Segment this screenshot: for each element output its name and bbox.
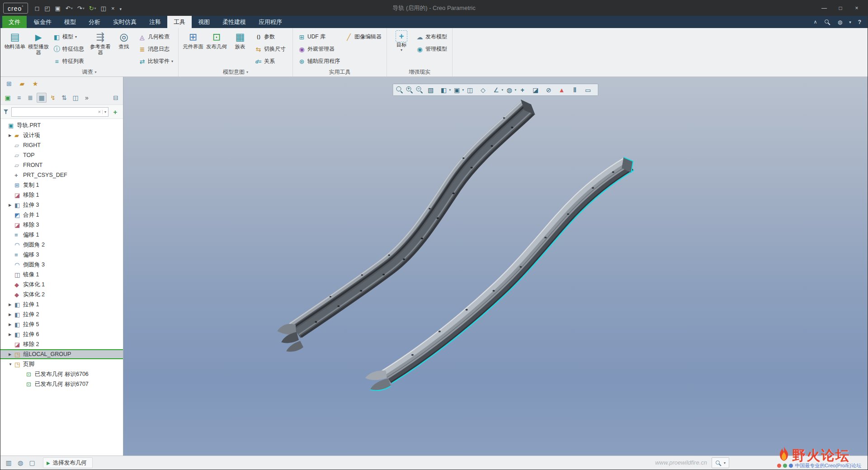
expand-arrow[interactable]: ▶ xyxy=(9,133,14,138)
help-icon[interactable] xyxy=(858,19,861,25)
saved-orientations-icon[interactable] xyxy=(452,85,462,95)
tab-model[interactable]: 模型 xyxy=(58,16,82,28)
repaint-icon[interactable] xyxy=(425,85,436,95)
expand-arrow[interactable]: ▶ xyxy=(9,323,14,327)
tree-item[interactable]: ▶ 拉伸 3 xyxy=(0,200,123,210)
group-label-model-intent[interactable]: 模型意图▾ xyxy=(179,68,292,76)
maximize-button[interactable]: □ xyxy=(832,2,849,14)
filter-funnel-icon[interactable] xyxy=(4,109,9,114)
save-icon[interactable] xyxy=(53,4,63,13)
regenerate-icon[interactable]: ▾ xyxy=(87,4,98,13)
datum-display-icon[interactable] xyxy=(491,85,502,95)
zoom-out-icon[interactable] xyxy=(415,86,423,94)
capture-icon[interactable] xyxy=(583,85,594,95)
aux-applications-button[interactable]: 辅助应用程序 xyxy=(296,55,342,67)
customize-toolbar-icon[interactable] xyxy=(118,4,124,13)
tree-item[interactable]: ▶ 拉伸 5 xyxy=(0,319,123,329)
manage-models-button[interactable]: 管理模型 xyxy=(414,43,449,55)
tree-item[interactable]: TOP xyxy=(0,150,123,160)
browser-toggle-icon[interactable] xyxy=(15,457,26,468)
model-player-button[interactable]: 模型播放器 xyxy=(27,29,50,60)
feature-list-button[interactable]: 特征列表 xyxy=(51,55,88,67)
switch-dimensions-button[interactable]: 切换尺寸 xyxy=(253,43,289,55)
reference-viewer-button[interactable]: 参考查看器 xyxy=(89,29,112,60)
find-button[interactable]: 查找 xyxy=(113,29,135,54)
tree-item[interactable]: 实体化 2 xyxy=(0,290,123,299)
compare-part-button[interactable]: 比较零件 ▾ xyxy=(137,55,175,67)
tree-item[interactable]: ▶ 拉伸 1 xyxy=(0,299,123,309)
tree-item[interactable]: 合并 1 xyxy=(0,210,123,220)
publish-geometry-button[interactable]: 发布几何 xyxy=(205,29,228,54)
tree-item[interactable]: 已发布几何 标识6707 xyxy=(0,379,123,389)
target-button[interactable]: 目标 ▾ xyxy=(390,29,413,52)
tab-analysis[interactable]: 分析 xyxy=(82,16,107,28)
tree-item[interactable]: PRT_CSYS_DEF xyxy=(0,170,123,180)
expand-arrow[interactable]: ▶ xyxy=(9,352,14,356)
regen-flash-icon[interactable] xyxy=(48,93,58,103)
bom-button[interactable]: 物料清单 xyxy=(4,29,26,54)
tree-grid-icon[interactable] xyxy=(37,93,47,103)
console-toggle-icon[interactable] xyxy=(27,457,38,468)
tab-applications[interactable]: 应用程序 xyxy=(252,16,288,28)
tab-live-simulation[interactable]: 实时仿真 xyxy=(107,16,143,28)
view-manager-icon[interactable] xyxy=(465,85,476,95)
section-icon[interactable] xyxy=(530,85,541,95)
model-tree-tab-icon[interactable] xyxy=(4,79,14,89)
tree-item[interactable]: 倒圆角 2 xyxy=(0,240,123,250)
tab-sheetmetal[interactable]: 钣金件 xyxy=(28,16,58,28)
message-log-button[interactable]: 消息日志 xyxy=(137,43,175,55)
no-hidden-icon[interactable] xyxy=(543,85,554,95)
refit-icon[interactable] xyxy=(396,86,403,94)
resources-icon[interactable] xyxy=(838,19,842,25)
windows-icon[interactable] xyxy=(99,4,108,13)
favorites-tab-icon[interactable] xyxy=(30,79,40,89)
relations-button[interactable]: 关系 xyxy=(253,55,289,67)
appearance-manager-button[interactable]: 外观管理器 xyxy=(296,43,342,55)
spin-center-icon[interactable] xyxy=(517,85,528,95)
close-button[interactable]: × xyxy=(849,2,865,14)
active-model-icon[interactable] xyxy=(3,93,13,103)
collapse-panel-icon[interactable] xyxy=(111,93,121,103)
tree-item[interactable]: ▶ 组LOCAL_GROUP xyxy=(0,349,123,359)
alert-icon[interactable] xyxy=(557,85,567,95)
feature-info-button[interactable]: 特征信息 xyxy=(51,43,88,55)
overflow-icon[interactable] xyxy=(82,93,92,103)
family-table-button[interactable]: 族表 xyxy=(229,29,251,54)
columns-icon[interactable] xyxy=(71,93,80,103)
parameters-button[interactable]: 参数 xyxy=(253,31,289,43)
tree-item[interactable]: 导轨.PRT xyxy=(0,120,123,130)
tree-item[interactable]: 移除 2 xyxy=(0,339,123,349)
tree-item[interactable]: ▶ 拉伸 6 xyxy=(0,329,123,339)
search-options-caret-icon[interactable]: ▾ xyxy=(102,110,106,114)
publish-model-button[interactable]: 发布模型 xyxy=(414,31,449,43)
expand-arrow[interactable]: ▶ xyxy=(9,303,14,307)
expand-arrow[interactable]: ▼ xyxy=(9,362,14,366)
pause-icon[interactable] xyxy=(570,85,580,95)
tree-item[interactable]: FRONT xyxy=(0,160,123,170)
zoom-in-icon[interactable] xyxy=(406,86,413,94)
clear-search-icon[interactable]: × xyxy=(97,109,102,114)
command-search-icon[interactable] xyxy=(824,19,831,25)
folder-browser-tab-icon[interactable] xyxy=(17,79,27,89)
expand-arrow[interactable]: ▶ xyxy=(9,332,14,337)
tree-item[interactable]: 偏移 3 xyxy=(0,250,123,260)
tree-item[interactable]: 偏移 1 xyxy=(0,230,123,240)
udf-library-button[interactable]: UDF 库 xyxy=(296,31,342,43)
sort-icon[interactable] xyxy=(59,93,69,103)
tab-annotate[interactable]: 注释 xyxy=(143,16,167,28)
perspective-icon[interactable] xyxy=(478,85,489,95)
tree-item[interactable]: ▶ 拉伸 2 xyxy=(0,309,123,319)
display-style-icon[interactable] xyxy=(439,85,449,95)
rail-part-upper[interactable] xyxy=(277,100,535,352)
tab-view[interactable]: 视图 xyxy=(192,16,216,28)
tab-file[interactable]: 文件 xyxy=(2,16,27,28)
group-label-investigate[interactable]: 调查▾ xyxy=(0,68,178,76)
expand-arrow[interactable]: ▶ xyxy=(9,203,14,207)
tab-flexible-modeling[interactable]: 柔性建模 xyxy=(216,16,252,28)
tab-tools[interactable]: 工具 xyxy=(167,16,192,28)
tree-item[interactable]: RIGHT xyxy=(0,140,123,150)
geometry-check-button[interactable]: 几何检查 xyxy=(137,31,175,43)
rail-part-lower-highlighted[interactable] xyxy=(365,157,634,391)
tree-item[interactable]: 实体化 1 xyxy=(0,280,123,290)
tree-detail-icon[interactable] xyxy=(25,93,35,103)
